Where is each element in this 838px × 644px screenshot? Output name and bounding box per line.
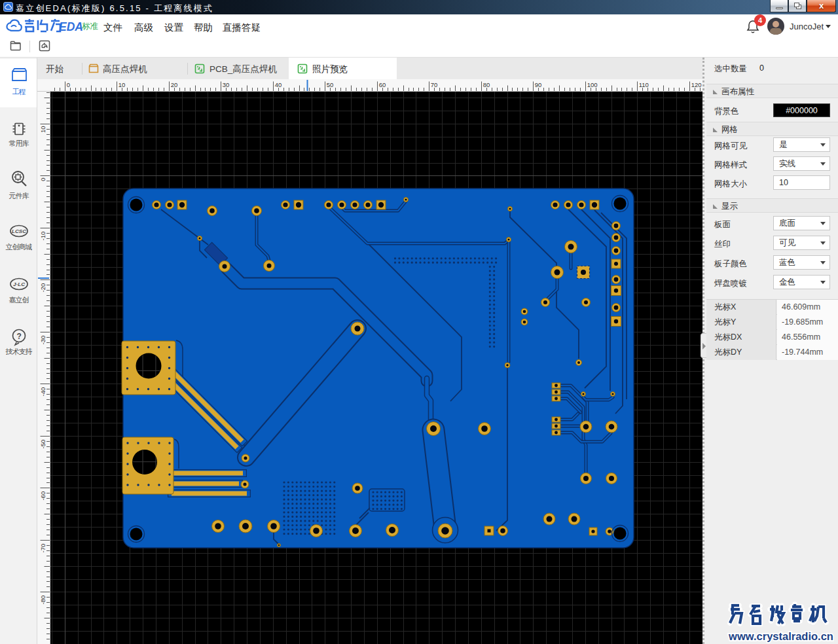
svg-text:www.crystalradio.cn: www.crystalradio.cn (728, 630, 833, 642)
svg-text:120: 120 (691, 81, 702, 88)
svg-text:50: 50 (327, 81, 334, 88)
svg-text:100: 100 (587, 81, 598, 88)
svg-text:J·LC: J·LC (13, 281, 25, 287)
svg-text:110: 110 (639, 81, 649, 88)
svg-text:-10: -10 (40, 232, 47, 241)
svg-text:30: 30 (223, 81, 230, 88)
svg-text:LCSC: LCSC (12, 228, 26, 234)
svg-text:70: 70 (431, 81, 438, 88)
svg-text:80: 80 (483, 81, 490, 88)
svg-text:10: 10 (40, 126, 47, 134)
svg-text:90: 90 (535, 81, 542, 88)
svg-text:-80: -80 (40, 596, 47, 605)
svg-text:-50: -50 (40, 440, 47, 449)
svg-text:EDA: EDA (59, 20, 82, 33)
svg-text:-30: -30 (40, 336, 47, 345)
svg-text:40: 40 (275, 81, 282, 88)
svg-text:0: 0 (40, 178, 47, 181)
svg-text:-40: -40 (40, 387, 47, 397)
svg-text:60: 60 (379, 81, 386, 88)
svg-text:-20: -20 (40, 283, 47, 293)
svg-text:10: 10 (118, 81, 126, 88)
svg-text:0: 0 (67, 81, 70, 88)
svg-text:-60: -60 (40, 492, 47, 501)
svg-text:-70: -70 (40, 544, 47, 553)
svg-text:20: 20 (171, 81, 178, 88)
svg-text:?: ? (17, 332, 22, 341)
